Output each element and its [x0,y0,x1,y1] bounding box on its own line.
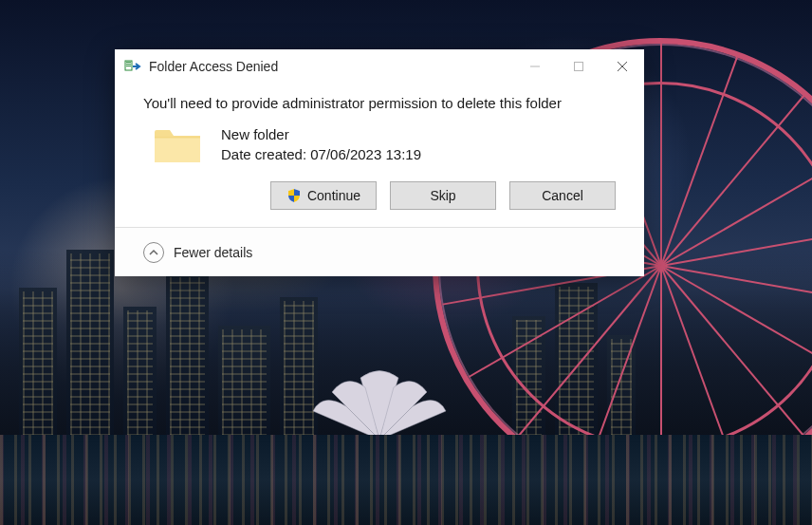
wallpaper-water-reflection [0,435,812,525]
chevron-up-icon [143,242,164,263]
dialog-titlebar[interactable]: Folder Access Denied [115,49,644,84]
continue-button[interactable]: Continue [270,181,377,210]
skip-button[interactable]: Skip [390,181,496,210]
uac-shield-icon [286,188,302,203]
target-item-row: New folder Date created: 07/06/2023 13:1… [153,124,616,164]
window-controls [513,49,644,84]
dialog-title: Folder Access Denied [149,59,278,74]
file-operation-icon [124,59,141,74]
cancel-button-label: Cancel [542,188,583,203]
permission-message: You'll need to provide administrator per… [143,95,616,111]
dialog-body: You'll need to provide administrator per… [115,84,644,228]
minimize-button[interactable] [513,49,557,84]
target-item-info: New folder Date created: 07/06/2023 13:1… [221,124,421,164]
target-item-name: New folder [221,124,421,144]
continue-button-label: Continue [307,188,360,203]
folder-icon [153,124,202,164]
cancel-button[interactable]: Cancel [509,181,616,210]
folder-access-denied-dialog: Folder Access Denied You'll need to prov… [115,49,644,276]
svg-rect-4 [575,63,583,71]
fewer-details-label: Fewer details [174,245,252,260]
skip-button-label: Skip [430,188,455,203]
maximize-button[interactable] [557,49,600,84]
fewer-details-toggle[interactable]: Fewer details [143,242,252,263]
wallpaper-lotus-structure [304,359,455,444]
dialog-footer: Fewer details [115,228,644,276]
action-buttons: Continue Skip Cancel [143,181,616,210]
svg-rect-2 [126,64,131,65]
target-item-meta: Date created: 07/06/2023 13:19 [221,144,421,164]
svg-rect-3 [126,66,131,66]
svg-rect-1 [126,62,131,63]
close-button[interactable] [600,49,644,84]
